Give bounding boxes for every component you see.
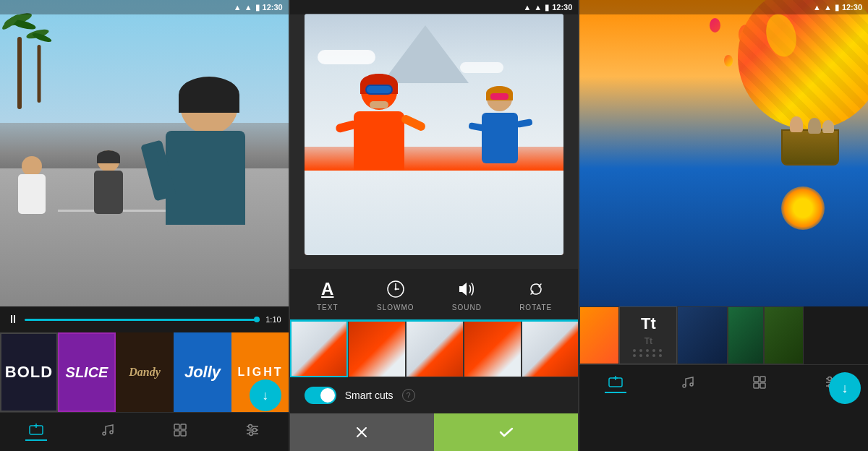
bottom-nav-3: [579, 364, 868, 402]
panel2-bg: [290, 0, 579, 269]
svg-point-24: [683, 385, 686, 387]
style-slice[interactable]: SLICE: [58, 332, 116, 412]
time-display-1: 12:30: [263, 3, 283, 12]
clip-1-bg: [292, 321, 346, 376]
svg-point-13: [252, 428, 256, 431]
clip-1[interactable]: [290, 319, 348, 377]
tt-large-icon: Tt: [641, 314, 656, 333]
skier-friend: [475, 86, 525, 166]
status-bar-content-3: ▲ ▲ ▮ 12:30: [813, 3, 862, 12]
panel2-video-frame: [305, 14, 564, 256]
pause-button-1[interactable]: ⏸: [7, 313, 19, 326]
nav-add-clip-3[interactable]: [605, 374, 626, 393]
style-bold[interactable]: BOLD: [0, 332, 58, 412]
smart-cuts-bar: Smart cuts ?: [290, 377, 579, 413]
child-skater: [87, 150, 130, 237]
panel-3: ▲ ▲ ▮ 12:30: [578, 0, 868, 451]
svg-rect-28: [754, 383, 759, 388]
svg-point-14: [249, 431, 252, 435]
style-jolly[interactable]: Jolly: [174, 332, 231, 412]
timeline-selection-bar: [290, 319, 579, 322]
smart-cuts-label: Smart cuts: [345, 390, 393, 401]
rotate-label: ROTATE: [519, 304, 552, 312]
battery-icon-1: ▮: [255, 3, 260, 12]
timeline-strip-2: [290, 319, 579, 377]
tool-text[interactable]: A TEXT: [316, 278, 339, 312]
tool-sound[interactable]: SOUND: [452, 278, 482, 312]
sound-icon: [455, 278, 478, 301]
svg-rect-26: [754, 377, 759, 382]
tool-rotate[interactable]: ROTATE: [519, 278, 552, 312]
smart-cuts-toggle[interactable]: [305, 387, 336, 404]
small-balloon-5: [724, 55, 733, 66]
clip-2-bg: [349, 320, 405, 377]
cancel-button[interactable]: [290, 413, 434, 451]
clip-3[interactable]: [406, 319, 464, 377]
video-area-1[interactable]: [0, 0, 289, 306]
clip-title-card[interactable]: Tt Tt: [619, 306, 677, 364]
time-label-1: 1:10: [265, 315, 281, 324]
status-bar-content-1: ▲ ▲ ▮ 12:30: [234, 3, 283, 12]
fab-button-3[interactable]: ↓: [829, 372, 861, 404]
panel-2: ▲ ▲ ▮ 12:30: [289, 0, 579, 451]
nav-music-1[interactable]: [97, 422, 119, 441]
clip-5-bg: [522, 320, 579, 377]
download-icon-3: ↓: [842, 381, 848, 396]
timeline-bar-1: ⏸ 1:10: [0, 306, 289, 332]
clip-5[interactable]: [522, 319, 579, 377]
wifi-icon-2: ▲: [534, 3, 542, 12]
clip-4[interactable]: [464, 319, 522, 377]
clip-green-1[interactable]: [764, 306, 804, 364]
svg-rect-5: [174, 424, 179, 429]
nav-add-clip-1[interactable]: [25, 422, 47, 441]
clip-balloon-1[interactable]: [579, 306, 619, 364]
text-label: TEXT: [317, 304, 339, 312]
style-dandy[interactable]: Dandy: [116, 332, 174, 412]
progress-bar-1[interactable]: [25, 319, 260, 321]
download-icon-1: ↓: [262, 388, 268, 403]
person-in-basket-3: [822, 120, 834, 133]
video-area-2[interactable]: [290, 0, 579, 269]
signal-icon-2: ▲: [523, 3, 531, 12]
svg-point-3: [103, 432, 106, 435]
skate-scene: [0, 0, 289, 306]
status-bar-content-2: ▲ ▲ ▮ 12:30: [523, 3, 572, 12]
bottom-controls-3: Tt Tt ↓: [579, 306, 868, 451]
clip-balloon-2[interactable]: [728, 306, 764, 364]
timeline-strip-3: Tt Tt: [579, 306, 868, 364]
sound-label: SOUND: [452, 304, 482, 312]
status-bar-3: ▲ ▲ ▮ 12:30: [579, 0, 868, 14]
signal-icon-3: ▲: [813, 3, 821, 12]
fab-button-1[interactable]: ↓: [250, 379, 281, 411]
status-bar-2: ▲ ▲ ▮ 12:30: [290, 0, 579, 14]
balloon-fabric: [738, 0, 868, 129]
nav-grid-3[interactable]: [749, 374, 770, 393]
text-icon: A: [316, 278, 339, 301]
bottom-controls-1: ⏸ 1:10 BOLD SLICE Dandy Jolly LIGHT ↓: [0, 306, 289, 451]
svg-rect-27: [760, 377, 765, 382]
video-area-3[interactable]: [579, 0, 868, 306]
nav-grid-1[interactable]: [169, 422, 191, 441]
dots-grid: [633, 349, 663, 357]
skaters: [0, 77, 289, 245]
confirm-button[interactable]: [434, 413, 578, 451]
editor-toolbar: A TEXT SLOWMO SOUND: [290, 269, 579, 319]
question-mark: ?: [407, 391, 411, 400]
nav-music-3[interactable]: [677, 374, 699, 393]
clip-dark-1[interactable]: [677, 306, 728, 364]
main-skater: [144, 77, 260, 236]
battery-icon-3: ▮: [835, 3, 839, 12]
slowmo-label: SLOWMO: [377, 304, 414, 312]
toggle-thumb: [320, 388, 335, 403]
svg-point-18: [394, 288, 396, 290]
clip-2[interactable]: [348, 319, 406, 377]
person-in-basket-2: [808, 118, 821, 134]
status-bar-1: ▲ ▲ ▮ 12:30: [0, 0, 289, 14]
tool-slowmo[interactable]: SLOWMO: [377, 278, 414, 312]
nav-sliders-1[interactable]: [242, 422, 263, 441]
svg-rect-29: [760, 383, 765, 388]
sun: [781, 186, 825, 230]
person-in-basket-1: [790, 116, 803, 132]
time-display-3: 12:30: [842, 3, 862, 12]
help-icon[interactable]: ?: [402, 389, 415, 402]
